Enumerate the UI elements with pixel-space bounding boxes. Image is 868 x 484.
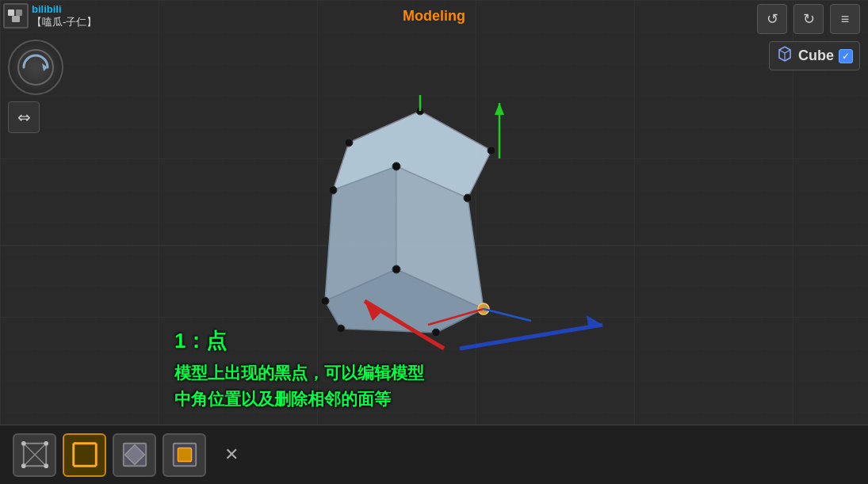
svg-rect-29 [8,10,14,16]
object-name-label: Cube [798,48,834,64]
face-mode-icon [120,440,149,469]
annotation-overlay: 1：点 模型上出现的黑点，可以编辑模型中角位置以及删除相邻的面等 [174,326,424,413]
pan-left-button[interactable]: ⇔ [8,101,40,133]
redo-button[interactable]: ↻ [793,4,824,34]
close-icon: ✕ [224,444,239,465]
object-mode-button[interactable] [163,433,206,477]
svg-rect-53 [178,448,191,461]
svg-point-12 [329,186,337,194]
annotation-body: 模型上出现的黑点，可以编辑模型中角位置以及删除相邻的面等 [174,360,424,413]
undo-button[interactable]: ↺ [757,4,787,34]
svg-line-27 [460,325,602,349]
svg-rect-45 [73,444,95,466]
svg-point-10 [464,194,472,202]
bili-label: bilibili [32,3,97,16]
rotation-gizmo[interactable] [8,40,63,95]
vertex-mode-icon [21,440,49,469]
channel-name: 【嗑瓜-子仁】 [32,16,97,29]
svg-point-9 [488,147,495,154]
svg-point-7 [345,139,353,147]
rotation-gizmo-icon [16,48,55,87]
svg-point-43 [21,463,25,468]
annotation-title: 1：点 [174,326,424,356]
object-visibility-checkbox[interactable]: ✓ [839,49,853,63]
svg-point-41 [21,441,25,446]
svg-point-11 [392,162,400,170]
edge-mode-button[interactable] [63,433,106,477]
redo-icon: ↻ [803,10,815,28]
blender-logo-icon [6,6,25,25]
svg-marker-28 [587,315,602,326]
cube-type-icon [776,45,793,63]
channel-info: bilibili 【嗑瓜-子仁】 [32,3,97,28]
pan-left-icon: ⇔ [17,108,31,127]
svg-point-42 [44,441,48,446]
bottom-toolbar: ✕ [0,425,868,484]
object-type-icon [776,45,793,67]
top-left-logo: bilibili 【嗑瓜-子仁】 [3,3,97,29]
header-title: Modeling [403,8,465,25]
svg-marker-22 [495,103,504,115]
undo-icon: ↺ [767,10,778,28]
svg-line-34 [785,50,790,53]
close-button[interactable]: ✕ [216,439,247,471]
svg-rect-31 [12,16,20,22]
object-panel: Cube ✓ [769,41,860,71]
top-right-controls: ↺ ↻ ≡ [757,4,860,34]
app-logo-box [3,3,29,29]
face-mode-button[interactable] [113,433,156,477]
svg-rect-30 [16,10,22,16]
viewport [0,0,868,484]
menu-button[interactable]: ≡ [830,4,860,34]
header: Modeling [0,0,868,32]
menu-icon: ≡ [841,11,850,28]
vertex-mode-button[interactable] [13,433,56,477]
object-mode-icon [170,440,199,469]
svg-line-33 [779,50,785,53]
left-nav: ⇔ [8,40,63,133]
edge-mode-icon [71,440,99,469]
svg-point-44 [44,463,48,468]
